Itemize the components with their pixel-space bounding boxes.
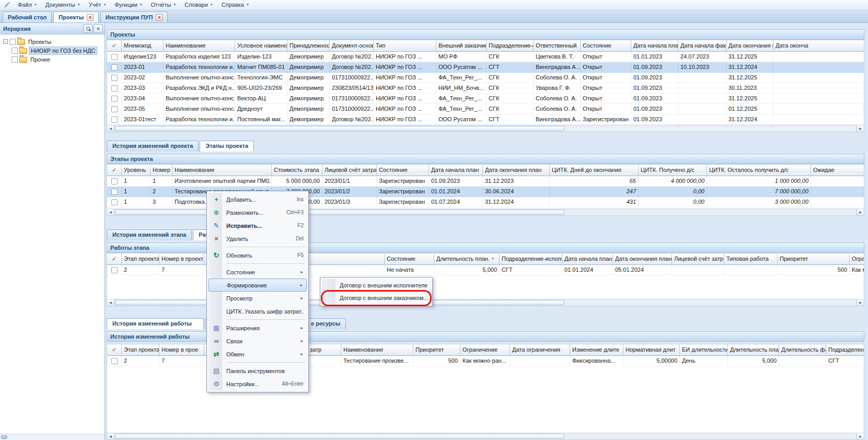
- row-select-cell[interactable]: [107, 94, 122, 104]
- row-checkbox[interactable]: [111, 85, 118, 91]
- context-menu-item[interactable]: Просмотр►: [209, 292, 307, 305]
- row-select-cell[interactable]: [107, 104, 122, 114]
- column-header[interactable]: Ограничение: [460, 344, 510, 356]
- row-select-cell[interactable]: [107, 52, 122, 62]
- table-row[interactable]: 2023-04Выполнение опытно-конс...Вектор-А…: [107, 94, 864, 104]
- row-select-cell[interactable]: [107, 197, 122, 207]
- column-header[interactable]: Состояние: [385, 253, 434, 265]
- tree-checkbox[interactable]: [9, 39, 16, 45]
- select-all-header[interactable]: ✓: [107, 344, 122, 356]
- menubar-item[interactable]: Словари▼: [180, 1, 217, 9]
- tree-expander-icon[interactable]: -: [3, 39, 8, 44]
- menubar-item[interactable]: Документы▼: [41, 1, 85, 9]
- scroll-right-icon[interactable]: ▶: [857, 299, 864, 306]
- select-all-header[interactable]: ✓: [107, 165, 122, 176]
- tree-checkbox[interactable]: [11, 48, 18, 54]
- row-select-cell[interactable]: [107, 176, 122, 187]
- column-header[interactable]: Подразделение: [826, 344, 864, 356]
- column-header[interactable]: Документ-основан: [330, 40, 374, 52]
- row-checkbox[interactable]: [111, 199, 118, 205]
- context-menu-item[interactable]: ▤Панель инструментов: [209, 364, 307, 377]
- column-header[interactable]: Дата окончания план: [613, 253, 672, 265]
- context-menu-item[interactable]: ⚙Настройки...Alt+Enter: [209, 377, 307, 390]
- section-tab[interactable]: е ресурсы: [305, 318, 346, 329]
- column-header[interactable]: Ожидае: [811, 165, 864, 176]
- column-header[interactable]: Изменение длите: [570, 344, 623, 356]
- column-header[interactable]: ЦИТК. Получено д/с: [639, 165, 707, 176]
- column-header[interactable]: Дата начала план.: [631, 40, 678, 52]
- context-menu-item[interactable]: ×УдалитьDel: [209, 232, 307, 245]
- row-checkbox[interactable]: [111, 178, 118, 184]
- column-header[interactable]: Ответственный: [534, 40, 581, 52]
- submenu-item[interactable]: Договор с внешним исполнителем...: [322, 279, 431, 292]
- scroll-thumb[interactable]: [1, 435, 7, 439]
- table-row[interactable]: 2023-01Разработка технологии и...Магнит …: [107, 62, 864, 73]
- context-menu-item[interactable]: ⇄Обмен►: [209, 348, 307, 361]
- column-header[interactable]: Приоритет: [413, 344, 460, 356]
- projects-hscrollbar[interactable]: ◀▶: [107, 125, 864, 132]
- context-menu-item[interactable]: ▦Расширения►: [209, 321, 307, 334]
- column-header[interactable]: Условное наименова: [235, 40, 287, 52]
- scroll-right-icon[interactable]: ▶: [857, 209, 864, 215]
- context-menu-item[interactable]: ЦИТК. Указать шифр затрат...: [209, 305, 307, 318]
- section-tab[interactable]: История изменений проекта: [107, 141, 199, 152]
- column-header[interactable]: Внешний заказчик▼: [436, 40, 487, 52]
- column-header[interactable]: Мнемокод: [122, 40, 164, 52]
- context-menu-item[interactable]: ↻ОбновитьF5: [209, 249, 307, 262]
- search-button[interactable]: [83, 24, 92, 33]
- scroll-left-icon[interactable]: ◀: [107, 433, 114, 439]
- row-select-cell[interactable]: [107, 187, 122, 197]
- submenu-item[interactable]: Договор с внешним заказчиком...: [322, 292, 431, 304]
- column-header[interactable]: Дата ограничения: [510, 344, 570, 356]
- column-header[interactable]: Уровень: [122, 165, 151, 176]
- column-header[interactable]: Подразделение-от: [487, 40, 534, 52]
- column-header[interactable]: Длительность пла: [728, 344, 779, 356]
- column-header[interactable]: ЦИТК. Осталось получить д/с: [707, 165, 811, 176]
- context-menu-item[interactable]: ⊕Размножить...Ctrl+F3: [209, 206, 307, 219]
- context-menu-item[interactable]: Состояние►: [209, 265, 307, 279]
- sidebar-hscrollbar[interactable]: [0, 434, 105, 440]
- menubar-item[interactable]: Учёт▼: [85, 1, 111, 9]
- context-menu-item[interactable]: ✎Исправить...F2: [209, 219, 307, 232]
- close-icon[interactable]: ×: [87, 14, 94, 21]
- column-header[interactable]: Наименование: [341, 344, 413, 356]
- table-row[interactable]: 2023-01тестРазработка технологии и...Пос…: [107, 114, 864, 125]
- tree-checkbox[interactable]: [11, 56, 18, 63]
- column-header[interactable]: Номер в прое: [159, 344, 204, 356]
- menubar-item[interactable]: Функции▼: [110, 1, 146, 9]
- collapse-sidebar-button[interactable]: «: [94, 24, 103, 33]
- column-header[interactable]: Лицевой счёт затрат: [322, 165, 377, 176]
- tree-node[interactable]: -Проекты: [1, 37, 103, 46]
- select-all-header[interactable]: ✓: [107, 253, 122, 265]
- scroll-thumb[interactable]: [115, 434, 564, 439]
- section-tab[interactable]: История изменений этапа: [107, 229, 192, 240]
- scroll-right-icon[interactable]: ▶: [857, 433, 864, 439]
- row-checkbox[interactable]: [111, 64, 118, 71]
- column-header[interactable]: Дата начала план: [429, 165, 483, 176]
- menubar-item[interactable]: Файл▼: [14, 1, 41, 9]
- column-header[interactable]: Нормативная длит: [623, 344, 680, 356]
- top-tab[interactable]: Проекты×: [53, 11, 99, 22]
- column-header[interactable]: Номер в проект: [159, 253, 204, 265]
- column-header[interactable]: Этап проекта: [122, 253, 159, 265]
- column-header[interactable]: Огран: [850, 253, 864, 265]
- top-tab[interactable]: Рабочий стол: [3, 11, 52, 22]
- column-header[interactable]: Наименование: [172, 165, 272, 176]
- scroll-left-icon[interactable]: ◀: [107, 125, 114, 132]
- row-select-cell[interactable]: [107, 265, 122, 275]
- row-select-cell[interactable]: [107, 114, 122, 125]
- menubar-item[interactable]: Отчёты▼: [147, 1, 180, 9]
- row-checkbox[interactable]: [111, 54, 118, 60]
- row-select-cell[interactable]: [107, 83, 122, 94]
- scroll-thumb[interactable]: [115, 126, 564, 131]
- scroll-right-icon[interactable]: ▶: [857, 125, 864, 132]
- column-header[interactable]: Номер: [151, 165, 172, 176]
- table-row[interactable]: Изделие123Разработка изделия 123Изделие-…: [107, 52, 864, 62]
- column-header[interactable]: ЦИТК. Дней до окончания: [550, 165, 639, 176]
- row-checkbox[interactable]: [111, 189, 118, 195]
- column-header[interactable]: Дата окончания план: [483, 165, 550, 176]
- column-header[interactable]: ЕИ длительности: [680, 344, 728, 356]
- column-header[interactable]: Дата начала факт: [678, 40, 726, 52]
- scroll-thumb[interactable]: [115, 210, 564, 215]
- column-header[interactable]: Стоимость этапа: [272, 165, 322, 176]
